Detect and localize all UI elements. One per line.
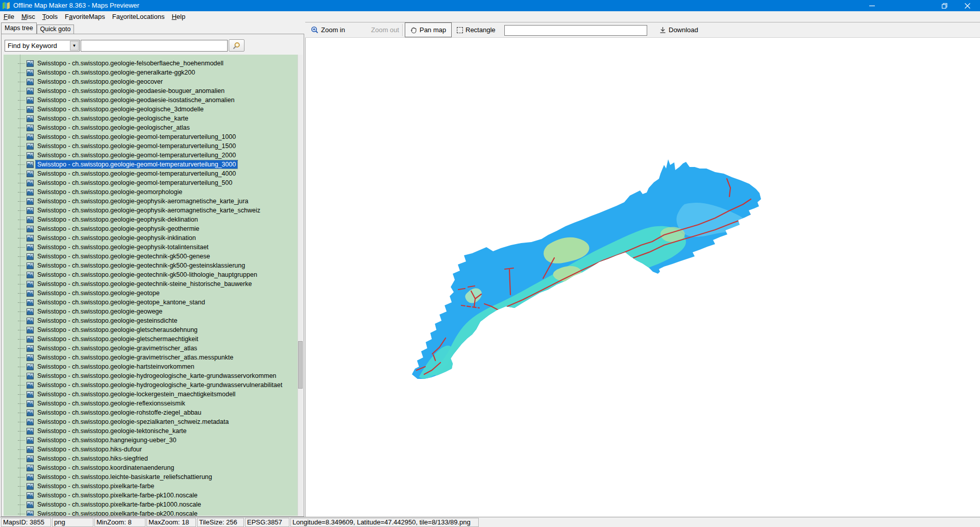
tree-item[interactable]: Swisstopo - ch.swisstopo.geologie-rohsto… [4, 408, 300, 417]
search-button[interactable] [229, 39, 244, 52]
tree-item[interactable]: Swisstopo - ch.swisstopo.geologie-geomol… [4, 141, 300, 151]
tree-item-label: Swisstopo - ch.swisstopo.geologie-geomol… [36, 151, 237, 159]
tree-item[interactable]: Swisstopo - ch.swisstopo.geologie-geophy… [4, 215, 300, 224]
chevron-down-icon[interactable]: ▼ [70, 41, 79, 51]
tree-item-label: Swisstopo - ch.swisstopo.geologie-geoweg… [36, 307, 164, 316]
rectangle-button[interactable]: Rectangle [455, 22, 498, 37]
map-layer-icon [27, 308, 34, 315]
tree-connector [18, 183, 25, 183]
tree-item[interactable]: Swisstopo - ch.swisstopo.geologie-gletsc… [4, 325, 300, 334]
toolbar-input[interactable] [504, 25, 647, 36]
maps-tree-list: Swisstopo - ch.swisstopo.geologie-felsob… [4, 55, 300, 516]
tree-item[interactable]: Swisstopo - ch.swisstopo.geologie-geotop… [4, 289, 300, 298]
tree-item[interactable]: Swisstopo - ch.swisstopo.hiks-dufour [4, 445, 300, 454]
tree-item[interactable]: Swisstopo - ch.swisstopo.geologie-reflex… [4, 399, 300, 408]
tree-item[interactable]: Swisstopo - ch.swisstopo.leichte-basiska… [4, 472, 300, 482]
tree-item[interactable]: Swisstopo - ch.swisstopo.geologie-geomol… [4, 160, 300, 169]
tree-item[interactable]: Swisstopo - ch.swisstopo.geologie-tekton… [4, 426, 300, 436]
restore-button[interactable] [935, 0, 953, 11]
tree-item[interactable]: Swisstopo - ch.swisstopo.geologie-geoweg… [4, 307, 300, 316]
tree-item[interactable]: Swisstopo - ch.swisstopo.geologie-geotec… [4, 270, 300, 279]
tree-item[interactable]: Swisstopo - ch.swisstopo.geologie-geophy… [4, 233, 300, 243]
tree-item[interactable]: Swisstopo - ch.swisstopo.pixelkarte-farb… [4, 491, 300, 500]
tree-item[interactable]: Swisstopo - ch.swisstopo.geologie-geophy… [4, 243, 300, 252]
tree-item[interactable]: Swisstopo - ch.swisstopo.geologie-locker… [4, 390, 300, 399]
zoom-in-button[interactable]: Zoom in [309, 22, 347, 37]
search-input[interactable] [81, 40, 228, 52]
tree-item[interactable]: Swisstopo - ch.swisstopo.pixelkarte-farb… [4, 500, 300, 509]
tree-item[interactable]: Swisstopo - ch.swisstopo.geologie-hydrog… [4, 371, 300, 380]
tree-item[interactable]: Swisstopo - ch.swisstopo.geologie-geolog… [4, 123, 300, 132]
tree-item[interactable]: Swisstopo - ch.swisstopo.hangneigung-ueb… [4, 436, 300, 445]
menu-item-help[interactable]: Help [168, 11, 189, 22]
menu-item-tools[interactable]: Tools [39, 11, 61, 22]
tree-item[interactable]: Swisstopo - ch.swisstopo.koordinatenaend… [4, 463, 300, 472]
map-layer-icon [27, 207, 34, 214]
tree-item[interactable]: Swisstopo - ch.swisstopo.geologie-gravim… [4, 353, 300, 362]
tree-item[interactable]: Swisstopo - ch.swisstopo.geologie-geodae… [4, 86, 300, 95]
tree-item[interactable]: Swisstopo - ch.swisstopo.geologie-geotec… [4, 279, 300, 289]
tree-item[interactable]: Swisstopo - ch.swisstopo.geologie-geomor… [4, 187, 300, 197]
tree-item[interactable]: Swisstopo - ch.swisstopo.hiks-siegfried [4, 454, 300, 463]
tree-item[interactable]: Swisstopo - ch.swisstopo.pixelkarte-farb… [4, 482, 300, 491]
tab-quick-goto[interactable]: Quick goto [37, 25, 75, 34]
tree-item[interactable]: Swisstopo - ch.swisstopo.geologie-geotec… [4, 261, 300, 270]
tree-item[interactable]: Swisstopo - ch.swisstopo.geologie-gestei… [4, 316, 300, 325]
map-layer-icon [27, 501, 34, 508]
tab-maps-tree[interactable]: Maps tree [1, 22, 37, 34]
pan-map-label: Pan map [420, 26, 446, 34]
search-mode-select[interactable]: Find by Keyword ▼ [5, 40, 80, 52]
tree-item[interactable]: Swisstopo - ch.swisstopo.geologie-geodae… [4, 95, 300, 105]
tree-item[interactable]: Swisstopo - ch.swisstopo.geologie-geophy… [4, 197, 300, 206]
close-icon[interactable] [958, 0, 976, 11]
menu-item-favoritemaps[interactable]: FavoriteMaps [61, 11, 109, 22]
map-layer-icon [27, 382, 34, 389]
minimize-button[interactable] [863, 0, 881, 11]
tree-item[interactable]: Swisstopo - ch.swisstopo.geologie-geomol… [4, 132, 300, 141]
map-layer-icon [27, 125, 34, 131]
tree-item[interactable]: Swisstopo - ch.swisstopo.geologie-spezia… [4, 417, 300, 426]
tree-item[interactable]: Swisstopo - ch.swisstopo.geologie-hydrog… [4, 380, 300, 390]
tree-item-label: Swisstopo - ch.swisstopo.hangneigung-ueb… [36, 436, 178, 444]
download-button[interactable]: Download [657, 22, 700, 37]
pan-map-button[interactable]: Pan map [405, 22, 452, 37]
map-layer-icon [27, 437, 34, 444]
tree-item[interactable]: Swisstopo - ch.swisstopo.geologie-gletsc… [4, 334, 300, 344]
tree-item[interactable]: Swisstopo - ch.swisstopo.geologie-geotec… [4, 252, 300, 261]
menu-item-file[interactable]: File [0, 11, 18, 22]
menu-item-favoritelocations[interactable]: FavoriteLocations [109, 11, 168, 22]
tree-item-label: Swisstopo - ch.swisstopo.geologie-gestei… [36, 317, 179, 325]
map-preview-area[interactable] [305, 38, 980, 517]
tree-connector [18, 505, 25, 505]
map-layer-icon [27, 290, 34, 297]
tree-item-label: Swisstopo - ch.swisstopo.geologie-reflex… [36, 399, 187, 408]
tree-connector [18, 394, 25, 395]
menu-item-misc[interactable]: Misc [18, 11, 39, 22]
tree-item[interactable]: Swisstopo - ch.swisstopo.geologie-genera… [4, 68, 300, 77]
tree-item[interactable]: Swisstopo - ch.swisstopo.geologie-geomol… [4, 178, 300, 187]
swiss-geomol-map[interactable] [399, 153, 771, 388]
tree-item-label: Swisstopo - ch.swisstopo.geologie-spezia… [36, 418, 230, 426]
tree-item[interactable]: Swisstopo - ch.swisstopo.geologie-geocov… [4, 77, 300, 86]
tree-connector [18, 413, 25, 413]
tree-item[interactable]: Swisstopo - ch.swisstopo.geologie-geotop… [4, 298, 300, 307]
tree-item[interactable]: Swisstopo - ch.swisstopo.geologie-geolog… [4, 105, 300, 114]
tree-scrollbar-thumb[interactable] [298, 341, 303, 389]
tree-item[interactable]: Swisstopo - ch.swisstopo.geologie-felsob… [4, 59, 300, 68]
tree-item-label: Swisstopo - ch.swisstopo.geologie-geotec… [36, 280, 253, 288]
tree-item[interactable]: Swisstopo - ch.swisstopo.geologie-geolog… [4, 114, 300, 123]
map-layer-icon [27, 189, 34, 196]
menu-bar: FileMiscToolsFavoriteMapsFavoriteLocatio… [0, 11, 980, 22]
tree-item[interactable]: Swisstopo - ch.swisstopo.geologie-geomol… [4, 151, 300, 160]
tree-item[interactable]: Swisstopo - ch.swisstopo.geologie-hartst… [4, 362, 300, 371]
tree-item[interactable]: Swisstopo - ch.swisstopo.geologie-geomol… [4, 169, 300, 178]
tree-connector [18, 266, 25, 266]
tree-item-label: Swisstopo - ch.swisstopo.geologie-geomol… [36, 133, 237, 141]
tree-item[interactable]: Swisstopo - ch.swisstopo.pixelkarte-farb… [4, 509, 300, 516]
tree-item[interactable]: Swisstopo - ch.swisstopo.geologie-geophy… [4, 206, 300, 215]
tree-item-label: Swisstopo - ch.swisstopo.geologie-geocov… [36, 78, 164, 86]
tree-item[interactable]: Swisstopo - ch.swisstopo.geologie-geophy… [4, 224, 300, 233]
tree-item-label: Swisstopo - ch.swisstopo.hiks-dufour [36, 445, 143, 453]
tree-scrollbar[interactable] [298, 55, 303, 516]
tree-item[interactable]: Swisstopo - ch.swisstopo.geologie-gravim… [4, 344, 300, 353]
